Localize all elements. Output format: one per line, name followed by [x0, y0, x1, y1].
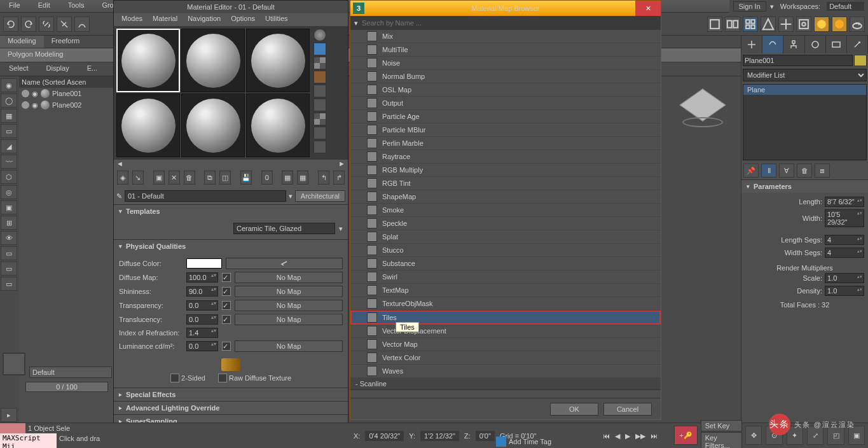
- checkbox[interactable]: ✓: [222, 287, 231, 296]
- mmb-item-vector-map[interactable]: Vector Map: [350, 338, 661, 351]
- mmb-item-perlin-marble[interactable]: Perlin Marble: [350, 137, 661, 150]
- play-next-icon[interactable]: ▶▶: [635, 432, 645, 440]
- select-by-material-icon[interactable]: [313, 113, 326, 125]
- play-last-icon[interactable]: ⏭: [651, 432, 658, 440]
- mmb-item-vertex-color[interactable]: Vertex Color: [350, 351, 661, 365]
- material-slot-4[interactable]: [116, 94, 180, 157]
- mmb-item-multitile[interactable]: MultiTile: [350, 43, 661, 57]
- shininess-spinner[interactable]: 90.0: [186, 286, 218, 297]
- show-end-result-icon[interactable]: ▦: [297, 171, 308, 185]
- tab-create-icon[interactable]: [741, 36, 762, 53]
- mmb-item-stucco[interactable]: Stucco: [350, 244, 661, 257]
- z-value[interactable]: 0'0": [476, 431, 495, 441]
- twosided-checkbox[interactable]: 2-Sided: [170, 374, 205, 382]
- diffuse-color-swatch[interactable]: [186, 258, 222, 269]
- transparency-spinner[interactable]: 0.0: [186, 300, 218, 311]
- filter-helpers-icon[interactable]: ◢: [1, 139, 17, 153]
- filter-geometry-icon[interactable]: ◉: [1, 78, 17, 92]
- show-end-icon[interactable]: Ⅱ: [761, 164, 776, 178]
- sb-display[interactable]: Display: [38, 62, 78, 76]
- mmb-item-substance[interactable]: Substance: [350, 257, 661, 270]
- sample-uv-icon[interactable]: [313, 71, 326, 83]
- material-type-button[interactable]: Architectural: [295, 190, 345, 202]
- rollout-physical[interactable]: Physical Qualities: [114, 240, 348, 253]
- ok-button[interactable]: OK: [550, 403, 598, 416]
- tool-icon[interactable]: [778, 17, 794, 32]
- material-swatch[interactable]: [3, 353, 25, 375]
- chevron-down-icon[interactable]: ▾: [354, 19, 358, 27]
- sign-in-button[interactable]: Sign In: [733, 1, 766, 11]
- make-unique-icon[interactable]: ∀: [779, 164, 794, 178]
- length-spinner[interactable]: 8'7 6/32": [825, 197, 864, 207]
- sb-select[interactable]: Select: [0, 62, 38, 76]
- object-color-swatch[interactable]: [854, 55, 867, 66]
- me-menu-navigation[interactable]: Navigation: [184, 13, 224, 26]
- mmb-item-splat[interactable]: Splat: [350, 230, 661, 244]
- nav-icon[interactable]: ▣: [848, 426, 865, 445]
- backlight-icon[interactable]: [313, 43, 326, 55]
- tab-motion-icon[interactable]: [805, 36, 826, 53]
- assign-icon[interactable]: ▣: [153, 171, 165, 185]
- reset-icon[interactable]: ✕: [169, 171, 180, 185]
- tab-modify-icon[interactable]: [762, 36, 783, 53]
- tool-icon[interactable]: [796, 17, 811, 32]
- mmb-item-waves[interactable]: Waves: [350, 365, 661, 378]
- nav-icon[interactable]: ✦: [787, 426, 803, 445]
- background-icon[interactable]: [313, 57, 326, 69]
- me-menu-utilities[interactable]: Utilities: [261, 13, 291, 26]
- mmb-item-normal-bump[interactable]: Normal Bump: [350, 70, 661, 83]
- mmb-item-shapemap[interactable]: ShapeMap: [350, 190, 661, 204]
- menu-file[interactable]: File: [0, 0, 29, 12]
- me-menu-options[interactable]: Options: [227, 13, 259, 26]
- shininess-map-button[interactable]: No Map: [235, 286, 343, 297]
- tool-icon[interactable]: [743, 17, 758, 32]
- modifier-list-dropdown[interactable]: Modifier List: [743, 69, 867, 81]
- scale-spinner[interactable]: 1.0: [825, 273, 864, 283]
- rollout-templates[interactable]: Templates: [114, 205, 348, 218]
- nav-icon[interactable]: ⊙: [766, 426, 782, 445]
- remove-mod-icon[interactable]: 🗑: [797, 164, 812, 178]
- chevron-down-icon[interactable]: ▾: [339, 225, 343, 233]
- menu-tools[interactable]: Tools: [59, 0, 93, 12]
- translucency-spinner[interactable]: 0.0: [186, 314, 218, 325]
- preview-icon[interactable]: [313, 141, 326, 153]
- link-icon[interactable]: [39, 17, 54, 32]
- stack-item-plane[interactable]: Plane: [743, 85, 866, 95]
- material-slot-5[interactable]: [181, 94, 245, 157]
- filter-icon[interactable]: ▭: [1, 277, 17, 291]
- transparency-map-button[interactable]: No Map: [235, 300, 343, 311]
- mmb-category[interactable]: - Scanline: [350, 378, 661, 390]
- filter-icon[interactable]: ▣: [1, 200, 17, 214]
- set-key-button[interactable]: +🔑: [674, 426, 698, 445]
- sample-type-icon[interactable]: [313, 29, 326, 41]
- mmb-item-raytrace[interactable]: Raytrace: [350, 150, 661, 164]
- mmb-item-speckle[interactable]: Speckle: [350, 217, 661, 230]
- tree-item-plane002[interactable]: ◉ Plane002: [19, 99, 113, 111]
- mmb-item-noise[interactable]: Noise: [350, 57, 661, 70]
- luminance-spinner[interactable]: 0.0: [186, 341, 218, 351]
- tab-freeform[interactable]: Freeform: [44, 36, 88, 48]
- width-spinner[interactable]: 10'5 29/32": [825, 209, 864, 227]
- tab-hierarchy-icon[interactable]: [783, 36, 804, 53]
- close-button[interactable]: ✕: [635, 1, 661, 16]
- width-segs-spinner[interactable]: 4: [825, 248, 864, 258]
- get-material-icon[interactable]: ◈: [117, 171, 128, 185]
- mmb-item-rgb-tint[interactable]: RGB Tint: [350, 177, 661, 190]
- y-value[interactable]: 1'2 12/32": [420, 431, 459, 441]
- scroll-right-icon[interactable]: ►: [338, 160, 345, 167]
- me-menu-material[interactable]: Material: [149, 13, 181, 26]
- expand-icon[interactable]: ▸: [1, 408, 17, 422]
- mmb-item-textureobjmask[interactable]: TextureObjMask: [350, 297, 661, 311]
- key-filters-button[interactable]: Key Filters...: [701, 432, 742, 449]
- material-slot-6[interactable]: [246, 94, 310, 157]
- x-value[interactable]: 0'4 20/32": [365, 431, 404, 441]
- pin-stack-icon[interactable]: 📌: [743, 164, 759, 178]
- ior-spinner[interactable]: 1.4: [186, 328, 218, 338]
- visibility-icon[interactable]: [22, 101, 29, 109]
- undo-icon[interactable]: [3, 17, 18, 32]
- me-menu-modes[interactable]: Modes: [118, 13, 146, 26]
- diffuse-map-button[interactable]: No Map: [235, 272, 343, 283]
- mmb-item-rgb-multiply[interactable]: RGB Multiply: [350, 164, 661, 177]
- teapot-icon[interactable]: [850, 17, 865, 32]
- viewcube[interactable]: [674, 76, 731, 134]
